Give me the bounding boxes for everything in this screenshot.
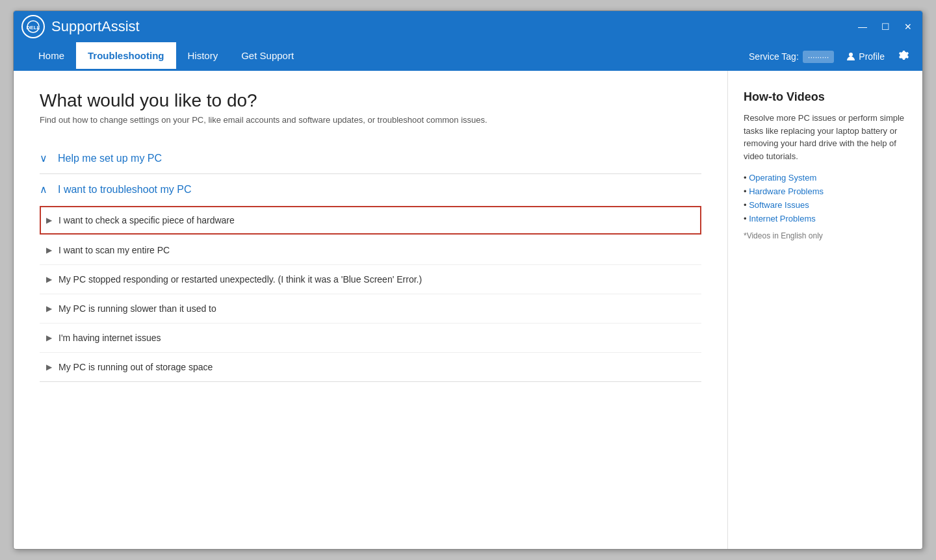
sidebar-description: Resolve more PC issues or perform simple…: [744, 112, 907, 162]
arrow-icon: ▶: [46, 246, 52, 255]
sidebar-link-internet[interactable]: Internet Problems: [744, 214, 907, 223]
content-area: What would you like to do? Find out how …: [14, 71, 727, 549]
sidebar: How-to Videos Resolve more PC issues or …: [727, 71, 922, 549]
sub-item-storage-space-label: My PC is running out of storage space: [58, 362, 213, 372]
page-title: What would you like to do?: [40, 90, 701, 111]
minimize-button[interactable]: —: [855, 21, 870, 32]
svg-text:DELL: DELL: [27, 25, 40, 31]
titlebar: DELL SupportAssist — ☐ ✕: [14, 11, 922, 42]
sub-item-blue-screen[interactable]: ▶ My PC stopped responding or restarted …: [40, 265, 701, 294]
navbar: Home Troubleshooting History Get Support…: [14, 42, 922, 71]
accordion-troubleshoot: ∧ I want to troubleshoot my PC ▶ I want …: [40, 174, 701, 382]
arrow-icon: ▶: [46, 333, 52, 342]
sub-item-running-slow-label: My PC is running slower than it used to: [58, 303, 216, 314]
settings-icon[interactable]: [896, 49, 909, 65]
accordion-troubleshoot-label: I want to troubleshoot my PC: [58, 184, 191, 196]
sidebar-title: How-to Videos: [744, 90, 907, 104]
profile-button[interactable]: Profile: [846, 51, 885, 62]
sidebar-link-hardware[interactable]: Hardware Problems: [744, 186, 907, 196]
sub-item-check-hardware[interactable]: ▶ I want to check a specific piece of ha…: [40, 206, 701, 235]
sub-item-internet-issues[interactable]: ▶ I'm having internet issues: [40, 324, 701, 353]
chevron-up-icon: ∧: [40, 183, 51, 196]
nav-item-home[interactable]: Home: [27, 42, 76, 71]
nav-item-get-support[interactable]: Get Support: [229, 42, 306, 71]
dell-logo: DELL: [21, 15, 45, 38]
sidebar-link-os[interactable]: Operating System: [744, 173, 907, 183]
arrow-icon: ▶: [46, 216, 52, 225]
close-button[interactable]: ✕: [902, 21, 915, 32]
sub-item-internet-issues-label: I'm having internet issues: [58, 333, 161, 343]
maximize-button[interactable]: ☐: [879, 21, 892, 32]
nav-right: Service Tag: ········· Profile: [749, 42, 909, 71]
app-window: DELL SupportAssist — ☐ ✕ Home Troublesho…: [13, 10, 923, 550]
sub-item-blue-screen-label: My PC stopped responding or restarted un…: [58, 274, 422, 285]
arrow-icon: ▶: [46, 275, 52, 284]
svg-point-2: [849, 53, 853, 57]
service-tag-value: ·········: [803, 51, 835, 63]
sidebar-note: *Videos in English only: [744, 231, 907, 240]
sub-item-scan-pc[interactable]: ▶ I want to scan my entire PC: [40, 236, 701, 265]
profile-label: Profile: [859, 51, 885, 62]
main-content: What would you like to do? Find out how …: [14, 71, 922, 549]
sub-item-storage-space[interactable]: ▶ My PC is running out of storage space: [40, 353, 701, 381]
sub-item-check-hardware-label: I want to check a specific piece of hard…: [58, 215, 235, 225]
window-controls: — ☐ ✕: [855, 21, 915, 32]
service-tag: Service Tag: ·········: [749, 51, 834, 63]
accordion-setup-label: Help me set up my PC: [58, 153, 162, 164]
arrow-icon: ▶: [46, 363, 52, 372]
nav-item-history[interactable]: History: [176, 42, 230, 71]
sidebar-link-software[interactable]: Software Issues: [744, 200, 907, 210]
service-tag-label: Service Tag:: [749, 51, 799, 62]
accordion-troubleshoot-header[interactable]: ∧ I want to troubleshoot my PC: [40, 174, 701, 205]
arrow-icon: ▶: [46, 304, 52, 313]
chevron-down-icon: ∨: [40, 152, 51, 164]
accordion-setup: ∨ Help me set up my PC: [40, 143, 701, 174]
app-title: SupportAssist: [51, 18, 855, 35]
page-subtitle: Find out how to change settings on your …: [40, 115, 701, 125]
accordion-setup-header[interactable]: ∨ Help me set up my PC: [40, 143, 701, 173]
sub-item-running-slow[interactable]: ▶ My PC is running slower than it used t…: [40, 294, 701, 324]
nav-item-troubleshooting[interactable]: Troubleshooting: [76, 42, 176, 71]
sub-item-scan-pc-label: I want to scan my entire PC: [58, 245, 170, 255]
